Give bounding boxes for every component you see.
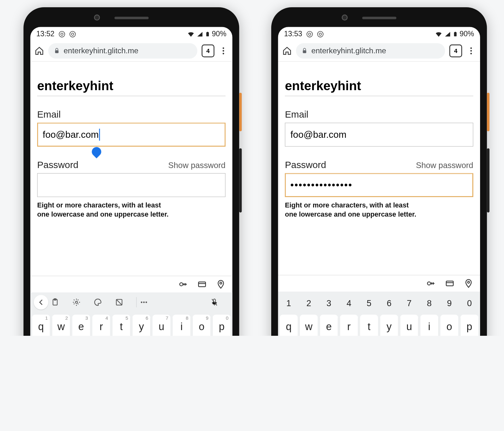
kb-more-icon[interactable] xyxy=(139,298,158,307)
password-hint: Eight or more characters, with at least … xyxy=(37,201,191,219)
key-t[interactable]: t5 xyxy=(112,315,130,336)
key-1[interactable]: 1 xyxy=(280,294,298,312)
tab-count[interactable]: 4 xyxy=(449,44,462,57)
kb-clipboard-icon[interactable] xyxy=(51,298,70,306)
key-p[interactable]: p xyxy=(461,315,478,336)
home-icon[interactable] xyxy=(35,46,44,55)
key-r[interactable]: r4 xyxy=(92,315,110,336)
volume-button xyxy=(487,149,490,213)
payment-card-icon[interactable] xyxy=(197,280,207,289)
password-key-icon[interactable] xyxy=(179,280,188,289)
battery-icon xyxy=(205,30,210,38)
kb-mic-off-icon[interactable] xyxy=(210,298,229,306)
cell-signal-icon xyxy=(197,31,203,38)
kb-onehand-icon[interactable] xyxy=(115,298,134,306)
key-7[interactable]: 7 xyxy=(400,294,418,312)
show-password-toggle[interactable]: Show password xyxy=(416,161,473,170)
keyboard-toolbar xyxy=(30,292,232,312)
key-y[interactable]: y xyxy=(380,315,398,336)
svg-point-2 xyxy=(317,31,323,37)
volume-button xyxy=(239,149,242,213)
key-5[interactable]: 5 xyxy=(360,294,378,312)
battery-percent: 90% xyxy=(460,30,474,38)
key-9[interactable]: 9 xyxy=(440,294,458,312)
key-w[interactable]: w xyxy=(300,315,318,336)
email-label: Email xyxy=(285,109,308,120)
key-4[interactable]: 4 xyxy=(340,294,358,312)
page-content: enterkeyhint Email foo@bar.com Password … xyxy=(30,61,232,276)
lock-icon xyxy=(301,48,308,55)
status-bar: 13:52 90% xyxy=(30,27,232,40)
earpiece xyxy=(362,17,396,19)
cell-signal-icon xyxy=(444,31,451,38)
kb-theme-icon[interactable] xyxy=(94,298,112,306)
key-o[interactable]: o xyxy=(440,315,458,336)
key-t[interactable]: t xyxy=(360,315,378,336)
autofill-strip xyxy=(30,276,232,293)
cursor-handle[interactable] xyxy=(90,145,103,158)
email-value: foo@bar.com xyxy=(290,129,346,140)
key-w[interactable]: w2 xyxy=(52,315,70,336)
password-input[interactable] xyxy=(37,173,226,197)
svg-point-15 xyxy=(70,31,75,37)
svg-rect-6 xyxy=(303,50,306,53)
home-icon[interactable] xyxy=(282,46,292,55)
key-u[interactable]: u xyxy=(400,315,418,336)
key-q[interactable]: q1 xyxy=(32,315,50,336)
key-r[interactable]: r xyxy=(340,315,358,336)
address-pin-icon[interactable] xyxy=(216,280,226,289)
url-text: enterkeyhint.glitch.me xyxy=(64,46,138,55)
key-e[interactable]: e xyxy=(320,315,338,336)
overflow-menu-icon[interactable] xyxy=(219,46,228,55)
address-bar[interactable]: enterkeyhint.glitch.me xyxy=(48,43,197,59)
key-u[interactable]: u7 xyxy=(152,315,170,336)
svg-point-0 xyxy=(306,31,312,37)
key-3[interactable]: 3 xyxy=(320,294,338,312)
svg-point-13 xyxy=(59,31,65,37)
key-p[interactable]: p0 xyxy=(213,315,231,336)
svg-rect-11 xyxy=(446,281,453,286)
svg-rect-24 xyxy=(198,282,205,287)
email-input[interactable]: foo@bar.com xyxy=(37,123,226,147)
tab-count[interactable]: 4 xyxy=(202,44,215,57)
key-i[interactable]: i8 xyxy=(173,315,191,336)
battery-icon xyxy=(453,30,458,38)
svg-rect-5 xyxy=(455,32,456,32)
svg-point-30 xyxy=(141,301,142,303)
svg-rect-17 xyxy=(206,32,209,36)
key-i[interactable]: i xyxy=(420,315,438,336)
svg-point-32 xyxy=(146,301,147,303)
key-0[interactable]: 0 xyxy=(461,294,478,312)
email-input[interactable]: foo@bar.com xyxy=(285,123,473,147)
key-6[interactable]: 6 xyxy=(380,294,398,312)
key-2[interactable]: 2 xyxy=(300,294,318,312)
svg-point-1 xyxy=(308,33,311,35)
browser-toolbar: enterkeyhint.glitch.me 4 xyxy=(278,41,480,61)
soft-keyboard: q1w2e3r4t5y6u7i8o9p0 asdfghjkl zxcvbnm ?… xyxy=(30,312,232,336)
password-input[interactable]: ••••••••••••••• xyxy=(285,173,473,197)
svg-rect-18 xyxy=(207,32,208,32)
key-o[interactable]: o9 xyxy=(193,315,211,336)
page-title: enterkeyhint xyxy=(37,79,226,96)
password-label: Password xyxy=(285,160,326,171)
key-e[interactable]: e3 xyxy=(72,315,90,336)
svg-point-8 xyxy=(470,50,472,52)
svg-rect-4 xyxy=(454,32,456,36)
svg-point-25 xyxy=(220,282,222,284)
key-8[interactable]: 8 xyxy=(420,294,438,312)
password-key-icon[interactable] xyxy=(426,279,436,288)
front-camera xyxy=(342,15,348,20)
phone-frame-1: 13:53 90% enterkeyhint.glitch.me 4 xyxy=(271,7,487,336)
address-bar[interactable]: enterkeyhint.glitch.me xyxy=(296,43,445,59)
key-q[interactable]: q xyxy=(280,315,298,336)
kb-collapse-icon[interactable] xyxy=(34,295,48,310)
overflow-menu-icon[interactable] xyxy=(467,46,476,55)
payment-card-icon[interactable] xyxy=(445,279,455,288)
address-pin-icon[interactable] xyxy=(464,279,473,288)
show-password-toggle[interactable]: Show password xyxy=(168,161,226,170)
key-y[interactable]: y6 xyxy=(132,315,150,336)
svg-point-3 xyxy=(319,33,321,35)
text-caret xyxy=(99,129,100,141)
kb-settings-icon[interactable] xyxy=(72,298,91,306)
password-value: ••••••••••••••• xyxy=(290,179,352,190)
